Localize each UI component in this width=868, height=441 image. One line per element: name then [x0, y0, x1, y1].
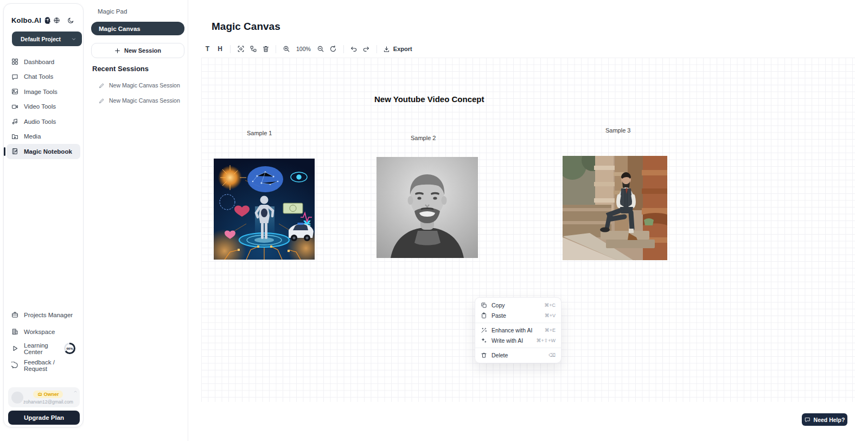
building-icon: [11, 328, 18, 335]
session-item-label: New Magic Canvas Session: [109, 82, 180, 89]
sidebar-item-label: Video Tools: [24, 103, 56, 110]
app-root: Kolbo.AI Default Project Dashboard: [0, 0, 868, 441]
sidebar-item-label: Dashboard: [24, 59, 54, 65]
paste-icon: [481, 312, 487, 319]
sidebar-item-dashboard[interactable]: Dashboard: [7, 54, 80, 70]
folder-icon: [11, 133, 18, 140]
project-selector[interactable]: Default Project: [12, 32, 82, 46]
pencil-icon: [99, 98, 105, 104]
dark-mode-moon-icon[interactable]: [67, 17, 74, 24]
shortcut-hint: ⌘+C: [544, 303, 556, 308]
session-item-label: New Magic Canvas Session: [109, 97, 180, 104]
sidebar-item-magic-notebook[interactable]: Magic Notebook: [7, 144, 80, 159]
sample-2-image[interactable]: [376, 157, 478, 258]
delete-tool-icon[interactable]: [259, 43, 272, 55]
video-camera-icon: [11, 103, 18, 110]
context-menu: Copy ⌘+C Paste ⌘+V Enhance with AI ⌘+E W…: [475, 297, 561, 363]
zoom-level: 100%: [296, 46, 311, 52]
brand-name: Kolbo.AI: [11, 16, 41, 24]
sample-3-image[interactable]: [563, 156, 667, 260]
session-list-item[interactable]: New Magic Canvas Session: [99, 97, 180, 104]
sample-3-label[interactable]: Sample 3: [605, 127, 630, 134]
image-icon: [11, 88, 18, 95]
sidebar-item-label: Audio Tools: [24, 118, 56, 125]
session-list-item[interactable]: New Magic Canvas Session: [99, 82, 180, 89]
music-note-icon: [11, 118, 18, 125]
page-title: Magic Canvas: [212, 21, 280, 33]
sidebar-item-label: Feedback / Request: [24, 359, 75, 372]
new-session-button[interactable]: New Session: [91, 43, 184, 58]
toolbar-divider: [230, 45, 231, 53]
sidebar-item-feedback[interactable]: Feedback / Request: [7, 357, 80, 374]
context-menu-item-copy[interactable]: Copy ⌘+C: [475, 300, 561, 311]
sidebar-item-label: Media: [24, 133, 41, 140]
learning-progress-value: 66%: [66, 344, 74, 352]
briefcase-icon: [11, 311, 18, 318]
sidebar-item-video-tools[interactable]: Video Tools: [7, 99, 80, 115]
tab-magic-pad[interactable]: Magic Pad: [98, 8, 127, 15]
sidebar-item-media[interactable]: Media: [7, 129, 80, 144]
sidebar-item-label: Projects Manager: [24, 312, 73, 318]
copy-icon: [481, 302, 487, 308]
toolbar-divider: [343, 45, 344, 53]
shortcut-hint: ⌘+E: [545, 327, 556, 333]
language-globe-icon[interactable]: [53, 17, 60, 24]
sidebar-bottom-nav: Projects Manager Workspace Learning Cent…: [7, 306, 80, 374]
sessions-panel: Magic Pad Magic Canvas New Session Recen…: [84, 0, 188, 441]
capture-tool-icon[interactable]: [234, 43, 247, 55]
sidebar-item-learning-center[interactable]: Learning Center 66%: [7, 340, 80, 357]
sidebar-item-workspace[interactable]: Workspace: [7, 323, 80, 340]
need-help-button[interactable]: Need Help?: [802, 413, 847, 426]
avatar: [11, 392, 23, 404]
heading-tool-button[interactable]: H: [214, 43, 226, 55]
upgrade-plan-button[interactable]: Upgrade Plan: [8, 411, 80, 425]
user-info: Owner zoharvan12@gmail.com: [23, 390, 73, 405]
export-button[interactable]: Export: [381, 46, 414, 53]
sidebar-item-projects-manager[interactable]: Projects Manager: [7, 306, 80, 323]
brand-logo: Kolbo.AI: [11, 16, 52, 24]
logo-row: Kolbo.AI: [11, 15, 74, 26]
undo-icon[interactable]: [348, 43, 360, 55]
chat-bubble-icon: [11, 73, 18, 80]
user-account-card[interactable]: Owner zoharvan12@gmail.com: [8, 387, 80, 407]
chevron-down-icon: [71, 36, 76, 42]
learning-progress-ring: 66%: [64, 343, 75, 354]
workflow-tool-icon[interactable]: [247, 43, 259, 55]
recent-sessions-title: Recent Sessions: [92, 65, 149, 73]
chevron-up-icon: [73, 389, 78, 394]
sample-1-label[interactable]: Sample 1: [247, 130, 272, 136]
new-session-label: New Session: [124, 47, 161, 54]
context-menu-divider: [475, 323, 561, 323]
sidebar-item-label: Learning Center: [24, 342, 56, 355]
sample-2-label[interactable]: Sample 2: [411, 135, 436, 141]
sample-1-image[interactable]: ¥: [214, 159, 315, 260]
sidebar-item-label: Image Tools: [24, 89, 58, 95]
canvas-heading-text[interactable]: New Youtube Video Concept: [374, 94, 484, 104]
notebook-icon: [11, 148, 18, 155]
role-badge-label: Owner: [43, 392, 59, 397]
sidebar: Kolbo.AI Default Project Dashboard: [3, 3, 84, 427]
need-help-label: Need Help?: [814, 417, 845, 423]
text-tool-button[interactable]: T: [201, 43, 214, 55]
project-selector-label: Default Project: [21, 36, 61, 42]
shortcut-hint: ⌘+⇧+W: [536, 338, 556, 343]
context-menu-item-enhance-ai[interactable]: Enhance with AI ⌘+E: [475, 325, 561, 336]
dashboard-grid-icon: [11, 58, 18, 65]
sidebar-item-audio-tools[interactable]: Audio Tools: [7, 114, 80, 129]
sidebar-item-chat-tools[interactable]: Chat Tools: [7, 70, 80, 85]
zoom-in-icon[interactable]: [280, 43, 292, 55]
context-menu-item-paste[interactable]: Paste ⌘+V: [475, 311, 561, 322]
play-icon: [11, 345, 18, 352]
magic-canvas-surface[interactable]: New Youtube Video Concept Sample 1 Sampl…: [201, 58, 855, 402]
pencil-icon: [99, 83, 105, 89]
sidebar-item-image-tools[interactable]: Image Tools: [7, 84, 80, 99]
context-menu-item-delete[interactable]: Delete ⌫: [475, 350, 561, 361]
redo-icon[interactable]: [360, 43, 373, 55]
reset-view-icon[interactable]: [327, 43, 340, 55]
context-menu-divider: [475, 348, 561, 348]
zoom-out-icon[interactable]: [315, 43, 327, 55]
tab-magic-canvas[interactable]: Magic Canvas: [91, 22, 184, 35]
trash-icon: [481, 352, 487, 358]
context-menu-item-write-ai[interactable]: Write with AI ⌘+⇧+W: [475, 336, 561, 346]
sparkles-icon: [481, 337, 487, 344]
